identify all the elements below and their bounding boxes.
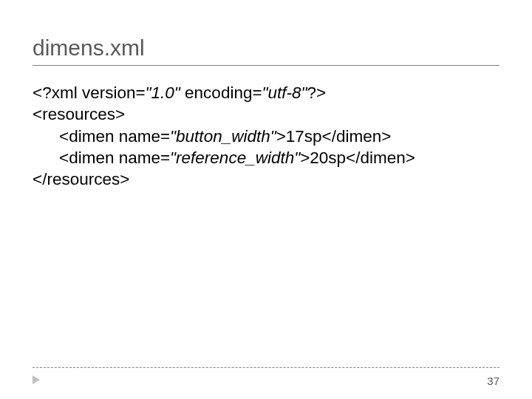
code-line-5: </resources> <box>33 168 499 190</box>
code-line-2: <resources> <box>33 103 499 125</box>
code-text: >20sp</dimen> <box>300 149 415 167</box>
title-rule <box>33 65 499 66</box>
code-text-italic: "reference_width" <box>170 149 300 167</box>
code-text-italic: "button_width" <box>170 127 276 146</box>
slide-title: dimens.xml <box>33 35 499 61</box>
code-block: <?xml version="1.0" encoding="utf-8"?> <… <box>33 82 499 190</box>
code-line-3: <dimen name="button_width">17sp</dimen> <box>59 126 499 147</box>
code-text-italic: "1.0" <box>146 83 180 102</box>
page-number: 37 <box>487 375 499 387</box>
triangle-bullet-icon <box>33 375 40 384</box>
code-line-4: <dimen name="reference_width">20sp</dime… <box>59 147 499 168</box>
code-text: <?xml version= <box>33 83 146 102</box>
bottom-divider <box>33 367 499 368</box>
code-text: <dimen name= <box>59 149 170 167</box>
code-text-italic: "utf-8" <box>262 83 307 102</box>
code-text: encoding= <box>180 83 262 102</box>
code-text: ?> <box>307 83 327 102</box>
code-text: >17sp</dimen> <box>276 127 392 146</box>
slide: dimens.xml <?xml version="1.0" encoding=… <box>0 0 532 399</box>
code-text: <dimen name= <box>59 127 170 146</box>
code-line-1: <?xml version="1.0" encoding="utf-8"?> <box>33 82 499 103</box>
